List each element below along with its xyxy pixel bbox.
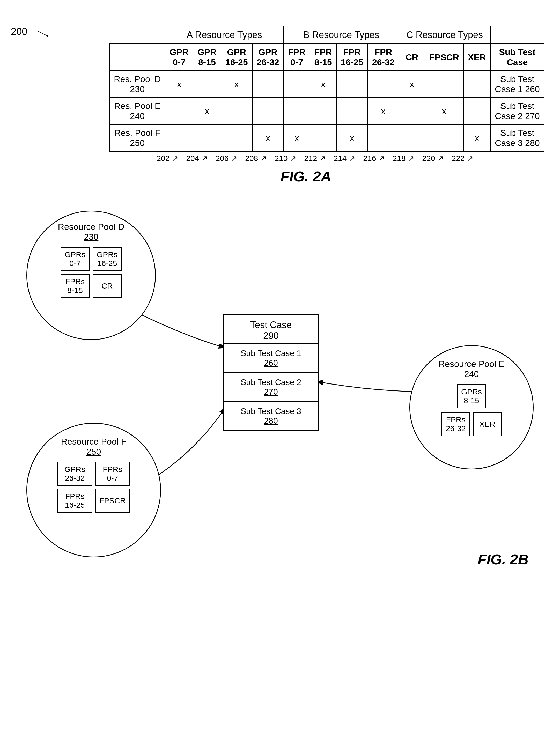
col-gpr07: GPR0-7 bbox=[165, 44, 193, 71]
svg-line-0 bbox=[38, 31, 48, 36]
pool-d-num: 230 bbox=[84, 232, 98, 242]
figure-label-200: 200 bbox=[11, 26, 51, 39]
pool-d-res-gpr1625: GPRs16-25 bbox=[93, 247, 121, 271]
pool-d-res-fpr815: FPRs8-15 bbox=[60, 274, 89, 298]
pool-d-title: Resource Pool D bbox=[58, 222, 124, 232]
group-header-a: A Resource Types bbox=[165, 26, 283, 44]
col-gpr2632: GPR26-32 bbox=[252, 44, 284, 71]
pool-f-title: Resource Pool F bbox=[61, 436, 126, 447]
pool-d-res-cr: CR bbox=[93, 274, 121, 298]
pool-e-title: Resource Pool E bbox=[439, 359, 504, 369]
sub-test-1: Sub Test Case 1 260 bbox=[224, 344, 318, 373]
test-case-title: Test Case bbox=[226, 320, 315, 330]
pool-f-res-fpr07: FPRs0-7 bbox=[95, 462, 130, 486]
col-cr: CR bbox=[399, 44, 425, 71]
table-row-pool-e: Res. Pool E240 x x x Sub TestCase 2 270 bbox=[109, 97, 544, 124]
group-header-c: C Resource Types bbox=[399, 26, 490, 44]
pool-d-res-gpr07: GPRs0-7 bbox=[60, 247, 89, 271]
col-numbers: 202 ↗ 204 ↗ 206 ↗ 208 ↗ 210 ↗ 212 ↗ 214 … bbox=[153, 154, 549, 163]
test-case-box: Test Case 290 Sub Test Case 1 260 Sub Te… bbox=[223, 314, 319, 431]
col-fpscr: FPSCR bbox=[425, 44, 464, 71]
sub-test-2: Sub Test Case 2 270 bbox=[224, 373, 318, 402]
pool-f-res-fpr1625: FPRs16-25 bbox=[57, 489, 92, 512]
table-row-pool-d: Res. Pool D230 x x x x Sub TestCase 1 26… bbox=[109, 71, 544, 97]
sub-test-3: Sub Test Case 3 280 bbox=[224, 402, 318, 430]
col-fpr1625: FPR16-25 bbox=[336, 44, 368, 71]
pool-f-res-gpr2632: GPRs26-32 bbox=[57, 462, 92, 486]
col-fpr2632: FPR26-32 bbox=[368, 44, 399, 71]
pool-f-num: 250 bbox=[86, 447, 101, 457]
resource-table: A Resource Types B Resource Types C Reso… bbox=[109, 26, 544, 151]
pool-e-circle: Resource Pool E 240 GPRs8-15 FPRs26-32 X… bbox=[409, 345, 534, 469]
fig2b-caption: FIG. 2B bbox=[478, 551, 528, 568]
group-header-b: B Resource Types bbox=[284, 26, 399, 44]
pool-e-num: 240 bbox=[464, 369, 479, 379]
pool-e-res-gpr815: GPRs8-15 bbox=[457, 384, 486, 408]
col-fpr07: FPR0-7 bbox=[284, 44, 310, 71]
col-fpr815: FPR8-15 bbox=[310, 44, 336, 71]
fig2a-caption: FIG. 2A bbox=[63, 168, 549, 185]
test-case-num: 290 bbox=[226, 330, 315, 341]
col-subtestcase: Sub TestCase bbox=[490, 44, 544, 71]
pool-f-circle: Resource Pool F 250 GPRs26-32 FPRs0-7 FP… bbox=[26, 423, 161, 558]
col-gpr815: GPR8-15 bbox=[193, 44, 221, 71]
pool-f-res-fpscr: FPSCR bbox=[95, 489, 130, 512]
table-row-pool-f: Res. Pool F250 x x x x Sub TestCase 3 28… bbox=[109, 124, 544, 151]
fig2b-section: Resource Pool D 230 GPRs0-7 GPRs16-25 FP… bbox=[11, 200, 549, 578]
col-xer: XER bbox=[464, 44, 490, 71]
pool-e-res-fpr2632: FPRs26-32 bbox=[442, 412, 470, 436]
pool-d-circle: Resource Pool D 230 GPRs0-7 GPRs16-25 FP… bbox=[26, 211, 156, 340]
fig2a-section: A Resource Types B Resource Types C Reso… bbox=[63, 26, 549, 185]
col-gpr1625: GPR16-25 bbox=[221, 44, 252, 71]
pool-e-res-xer: XER bbox=[473, 412, 502, 436]
